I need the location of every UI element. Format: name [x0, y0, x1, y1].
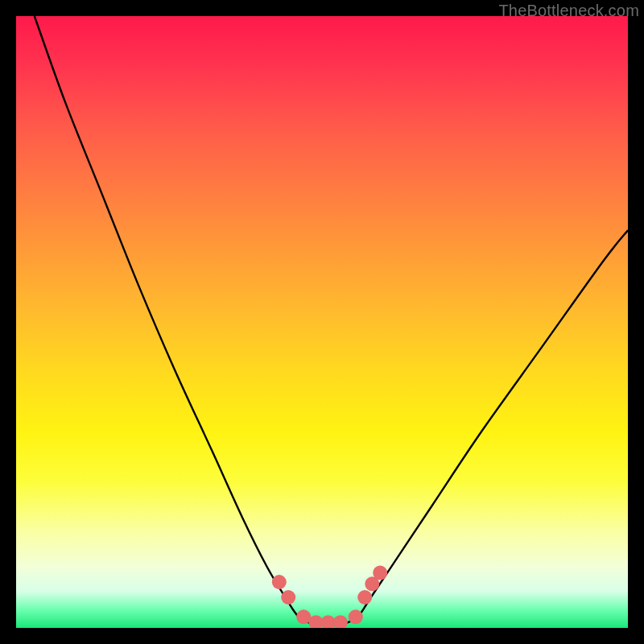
curve-path: [35, 16, 628, 625]
highlight-dot: [349, 609, 363, 624]
highlight-dots: [272, 566, 387, 628]
chart-frame: TheBottleneck.com: [0, 0, 644, 644]
highlight-dot: [333, 615, 348, 628]
highlight-dot: [357, 590, 372, 605]
plot-area: [16, 16, 628, 628]
highlight-dot: [373, 566, 387, 580]
bottleneck-curve: [35, 16, 628, 625]
highlight-dot: [281, 590, 295, 605]
highlight-dot: [272, 575, 287, 589]
curve-layer: [16, 16, 628, 628]
watermark-text: TheBottleneck.com: [498, 2, 639, 20]
